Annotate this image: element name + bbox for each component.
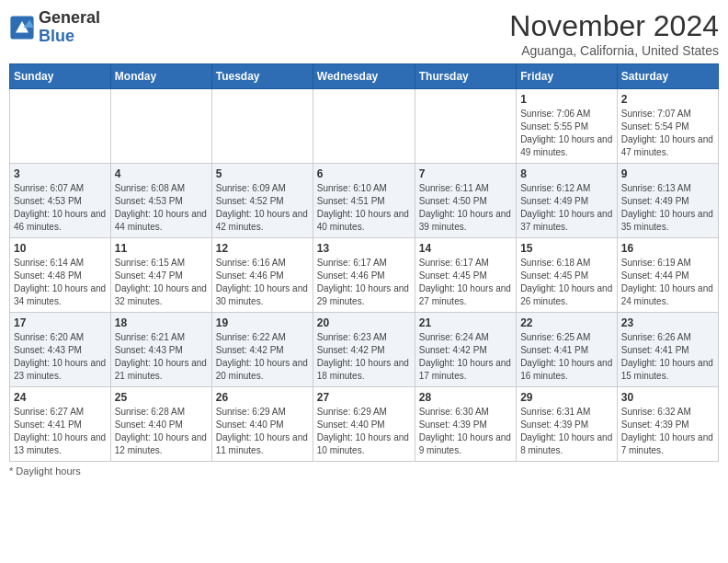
day-number: 3 bbox=[14, 167, 107, 180]
calendar-cell: 11Sunrise: 6:15 AM Sunset: 4:47 PM Dayli… bbox=[110, 238, 211, 313]
day-number: 10 bbox=[14, 242, 107, 255]
day-info: Sunrise: 6:15 AM Sunset: 4:47 PM Dayligh… bbox=[115, 257, 208, 308]
calendar-body: 1Sunrise: 7:06 AM Sunset: 5:55 PM Daylig… bbox=[10, 89, 719, 462]
day-number: 19 bbox=[216, 316, 309, 329]
weekday-header: Sunday bbox=[10, 64, 111, 89]
calendar-cell: 8Sunrise: 6:12 AM Sunset: 4:49 PM Daylig… bbox=[517, 164, 618, 238]
day-info: Sunrise: 6:20 AM Sunset: 4:43 PM Dayligh… bbox=[14, 331, 107, 383]
day-number: 20 bbox=[317, 316, 411, 329]
day-info: Sunrise: 6:29 AM Sunset: 4:40 PM Dayligh… bbox=[317, 406, 411, 457]
calendar-cell bbox=[110, 89, 211, 164]
calendar-cell: 13Sunrise: 6:17 AM Sunset: 4:46 PM Dayli… bbox=[313, 238, 415, 313]
logo-icon bbox=[9, 15, 35, 40]
day-number: 7 bbox=[419, 167, 512, 180]
weekday-header: Saturday bbox=[617, 64, 718, 89]
weekday-header: Tuesday bbox=[211, 64, 313, 89]
day-number: 28 bbox=[419, 391, 512, 404]
day-number: 11 bbox=[115, 242, 208, 255]
day-number: 13 bbox=[317, 242, 411, 255]
calendar-cell: 29Sunrise: 6:31 AM Sunset: 4:39 PM Dayli… bbox=[517, 387, 618, 462]
calendar-week-row: 3Sunrise: 6:07 AM Sunset: 4:53 PM Daylig… bbox=[10, 164, 719, 238]
calendar-cell: 5Sunrise: 6:09 AM Sunset: 4:52 PM Daylig… bbox=[211, 164, 313, 238]
calendar-cell: 27Sunrise: 6:29 AM Sunset: 4:40 PM Dayli… bbox=[313, 387, 415, 462]
calendar-cell: 28Sunrise: 6:30 AM Sunset: 4:39 PM Dayli… bbox=[415, 387, 516, 462]
day-number: 29 bbox=[520, 391, 613, 404]
day-number: 12 bbox=[216, 242, 309, 255]
day-number: 1 bbox=[520, 93, 613, 106]
calendar-cell bbox=[211, 89, 313, 164]
page-header: General Blue November 2024 Aguanga, Cali… bbox=[9, 9, 719, 58]
day-number: 21 bbox=[419, 316, 512, 329]
calendar-week-row: 10Sunrise: 6:14 AM Sunset: 4:48 PM Dayli… bbox=[10, 238, 719, 313]
day-number: 4 bbox=[115, 167, 208, 180]
calendar-cell: 19Sunrise: 6:22 AM Sunset: 4:42 PM Dayli… bbox=[211, 313, 313, 387]
day-info: Sunrise: 6:29 AM Sunset: 4:40 PM Dayligh… bbox=[216, 406, 309, 457]
calendar-cell: 17Sunrise: 6:20 AM Sunset: 4:43 PM Dayli… bbox=[10, 313, 111, 387]
day-info: Sunrise: 6:11 AM Sunset: 4:50 PM Dayligh… bbox=[419, 182, 512, 234]
day-info: Sunrise: 6:16 AM Sunset: 4:46 PM Dayligh… bbox=[216, 257, 309, 308]
weekday-header: Friday bbox=[517, 64, 618, 89]
calendar-week-row: 1Sunrise: 7:06 AM Sunset: 5:55 PM Daylig… bbox=[10, 89, 719, 164]
day-number: 23 bbox=[621, 316, 714, 329]
location: Aguanga, California, United States bbox=[509, 43, 719, 58]
logo-text: General Blue bbox=[39, 9, 100, 46]
day-info: Sunrise: 6:31 AM Sunset: 4:39 PM Dayligh… bbox=[520, 406, 613, 457]
calendar-cell: 20Sunrise: 6:23 AM Sunset: 4:42 PM Dayli… bbox=[313, 313, 415, 387]
day-number: 6 bbox=[317, 167, 411, 180]
weekday-header: Thursday bbox=[415, 64, 516, 89]
calendar-cell: 3Sunrise: 6:07 AM Sunset: 4:53 PM Daylig… bbox=[10, 164, 111, 238]
day-info: Sunrise: 6:09 AM Sunset: 4:52 PM Dayligh… bbox=[216, 182, 309, 234]
day-info: Sunrise: 6:21 AM Sunset: 4:43 PM Dayligh… bbox=[115, 331, 208, 383]
day-info: Sunrise: 6:22 AM Sunset: 4:42 PM Dayligh… bbox=[216, 331, 309, 383]
day-info: Sunrise: 6:28 AM Sunset: 4:40 PM Dayligh… bbox=[115, 406, 208, 457]
day-number: 14 bbox=[419, 242, 512, 255]
footer-note: * Daylight hours bbox=[9, 465, 719, 477]
day-number: 16 bbox=[621, 242, 714, 255]
day-info: Sunrise: 6:30 AM Sunset: 4:39 PM Dayligh… bbox=[419, 406, 512, 457]
day-info: Sunrise: 6:32 AM Sunset: 4:39 PM Dayligh… bbox=[621, 406, 714, 457]
day-info: Sunrise: 6:18 AM Sunset: 4:45 PM Dayligh… bbox=[520, 257, 613, 308]
calendar-cell: 25Sunrise: 6:28 AM Sunset: 4:40 PM Dayli… bbox=[110, 387, 211, 462]
day-info: Sunrise: 6:26 AM Sunset: 4:41 PM Dayligh… bbox=[621, 331, 714, 383]
calendar-cell bbox=[313, 89, 415, 164]
month-title: November 2024 bbox=[509, 9, 719, 43]
calendar-cell: 1Sunrise: 7:06 AM Sunset: 5:55 PM Daylig… bbox=[517, 89, 618, 164]
day-number: 15 bbox=[520, 242, 613, 255]
day-info: Sunrise: 6:27 AM Sunset: 4:41 PM Dayligh… bbox=[14, 406, 107, 457]
calendar-cell: 14Sunrise: 6:17 AM Sunset: 4:45 PM Dayli… bbox=[415, 238, 516, 313]
calendar-cell: 22Sunrise: 6:25 AM Sunset: 4:41 PM Dayli… bbox=[517, 313, 618, 387]
calendar-header: SundayMondayTuesdayWednesdayThursdayFrid… bbox=[10, 64, 719, 89]
day-number: 8 bbox=[520, 167, 613, 180]
calendar-week-row: 24Sunrise: 6:27 AM Sunset: 4:41 PM Dayli… bbox=[10, 387, 719, 462]
calendar-cell bbox=[10, 89, 111, 164]
day-info: Sunrise: 6:08 AM Sunset: 4:53 PM Dayligh… bbox=[115, 182, 208, 234]
day-info: Sunrise: 6:14 AM Sunset: 4:48 PM Dayligh… bbox=[14, 257, 107, 308]
title-area: November 2024 Aguanga, California, Unite… bbox=[509, 9, 719, 58]
calendar-cell: 21Sunrise: 6:24 AM Sunset: 4:42 PM Dayli… bbox=[415, 313, 516, 387]
calendar-table: SundayMondayTuesdayWednesdayThursdayFrid… bbox=[9, 63, 719, 462]
calendar-cell: 23Sunrise: 6:26 AM Sunset: 4:41 PM Dayli… bbox=[617, 313, 718, 387]
day-number: 9 bbox=[621, 167, 714, 180]
calendar-cell bbox=[415, 89, 516, 164]
calendar-cell: 16Sunrise: 6:19 AM Sunset: 4:44 PM Dayli… bbox=[617, 238, 718, 313]
day-info: Sunrise: 6:13 AM Sunset: 4:49 PM Dayligh… bbox=[621, 182, 714, 234]
day-number: 26 bbox=[216, 391, 309, 404]
day-number: 27 bbox=[317, 391, 411, 404]
day-info: Sunrise: 6:17 AM Sunset: 4:46 PM Dayligh… bbox=[317, 257, 411, 308]
calendar-cell: 26Sunrise: 6:29 AM Sunset: 4:40 PM Dayli… bbox=[211, 387, 313, 462]
calendar-cell: 30Sunrise: 6:32 AM Sunset: 4:39 PM Dayli… bbox=[617, 387, 718, 462]
day-info: Sunrise: 6:10 AM Sunset: 4:51 PM Dayligh… bbox=[317, 182, 411, 234]
weekday-header: Monday bbox=[110, 64, 211, 89]
day-number: 30 bbox=[621, 391, 714, 404]
calendar-cell: 15Sunrise: 6:18 AM Sunset: 4:45 PM Dayli… bbox=[517, 238, 618, 313]
calendar-cell: 6Sunrise: 6:10 AM Sunset: 4:51 PM Daylig… bbox=[313, 164, 415, 238]
day-info: Sunrise: 6:07 AM Sunset: 4:53 PM Dayligh… bbox=[14, 182, 107, 234]
weekday-row: SundayMondayTuesdayWednesdayThursdayFrid… bbox=[10, 64, 719, 89]
calendar-cell: 18Sunrise: 6:21 AM Sunset: 4:43 PM Dayli… bbox=[110, 313, 211, 387]
day-info: Sunrise: 7:06 AM Sunset: 5:55 PM Dayligh… bbox=[520, 108, 613, 159]
day-info: Sunrise: 6:12 AM Sunset: 4:49 PM Dayligh… bbox=[520, 182, 613, 234]
day-number: 17 bbox=[14, 316, 107, 329]
calendar-cell: 4Sunrise: 6:08 AM Sunset: 4:53 PM Daylig… bbox=[110, 164, 211, 238]
day-info: Sunrise: 6:23 AM Sunset: 4:42 PM Dayligh… bbox=[317, 331, 411, 383]
calendar-cell: 2Sunrise: 7:07 AM Sunset: 5:54 PM Daylig… bbox=[617, 89, 718, 164]
